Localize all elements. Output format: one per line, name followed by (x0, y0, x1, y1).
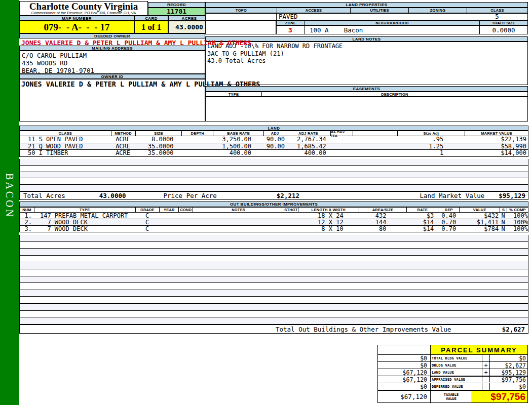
parcel-summary-header-row: PARCEL SUMMARY (378, 345, 527, 354)
zone-columns: ZONE NEIGHBORHOOD TRACT SIZE (276, 20, 528, 25)
topo-value (206, 14, 277, 20)
land-market-value-total: $95,129 (499, 192, 525, 199)
zone-label: ZONE (277, 21, 305, 25)
neighborhood-label: NEIGHBORHOOD (305, 21, 479, 25)
county-subtitle: Commissioner of the Revenue, PO Box 308,… (20, 11, 147, 15)
column-header: DEPTH (181, 131, 213, 136)
zone-values: 3 100 A Bacon 0.0000 (276, 25, 528, 34)
column-header: YEAR (159, 208, 178, 212)
easements-columns: TYPE DESCRIPTION (205, 92, 528, 97)
column-header: UTILITIES (350, 8, 408, 13)
summary-operator (482, 376, 489, 382)
acres-label: ACRES (168, 16, 210, 21)
zoning-value (408, 14, 467, 20)
neighborhood-vertical-label: BACON (4, 173, 15, 219)
map-number-label: MAP NUMBER (19, 16, 134, 21)
summary-operator: + (482, 362, 489, 369)
price-per-acre-label: Price Per Acre (163, 192, 216, 199)
summary-row: $0 OBLDG VALUE + $2,627 (378, 361, 527, 369)
column-header: ADJ RATE (286, 131, 330, 136)
deeded-owner-label: DEEDED OWNER (19, 33, 205, 38)
column-header: SZ ADJ TBL (330, 131, 353, 136)
property-record-card: { "colors": { "sidebar_green": "#008000"… (0, 0, 532, 405)
summary-label: DEFERRED VALUE (430, 383, 482, 390)
column-header: ADJ (263, 131, 286, 136)
column-header: COND (178, 208, 193, 212)
land-properties-columns: TOPO ACCESS UTILITIES ZONING CLASS (205, 8, 528, 13)
column-header: TOPO (206, 8, 277, 13)
column-header: CLASS (20, 131, 111, 136)
land-notes-label: LAND NOTES (205, 36, 528, 42)
summary-value: $0 (489, 355, 527, 361)
owner-id-label: OWNER ID (19, 74, 205, 79)
tract-size-label: TRACT SIZE (479, 21, 527, 25)
taxable-value-label: TAXABLE VALUE (430, 391, 472, 402)
column-header: NUM (20, 208, 34, 212)
column-header: VALUE (459, 208, 500, 212)
summary-value: $97,756 (489, 376, 527, 382)
out-buildings-total-label: Total Out Buildings & Other Improvements… (276, 326, 451, 333)
land-row: 50 I TIMBER ACRE 35.0000 400.00 400.00 1… (20, 150, 528, 157)
prior-value: $0 (378, 383, 430, 390)
easements-empty-box (205, 97, 528, 122)
out-buildings-total-value: $2,627 (502, 326, 525, 333)
land-note-line: 43.0 Total Acres (207, 57, 526, 65)
column-header: STHGT (284, 208, 298, 212)
mailing-address-box: C/O CAROL PULLIAM 435 WOODS RD BEAR, DE … (19, 51, 205, 74)
summary-operator: - (482, 383, 489, 390)
column-header: SIZE (135, 131, 182, 136)
land-properties-label: LAND PROPERTIES (205, 2, 528, 8)
prior-value: $0 (378, 355, 430, 361)
summary-label: LAND VALUE (430, 369, 482, 376)
parcel-summary: PARCEL SUMMARY $0 TOTAL BLDG VALUE $0 $0… (377, 345, 528, 403)
column-header (353, 131, 397, 136)
column-header: LENGTH X WIDTH (298, 208, 359, 212)
record-value: 11781 (148, 8, 205, 16)
out-buildings-rows: 1. 147 PREFAB METAL CARPORT C 18 X 24 43… (19, 213, 528, 232)
column-header: % COMP (507, 208, 528, 212)
class-value: 5 (467, 14, 527, 20)
land-section-label: LAND (19, 126, 528, 131)
topo-empty-box (205, 20, 276, 34)
easement-type-label: TYPE (206, 92, 261, 96)
column-header: NOTES (193, 208, 284, 212)
deeded-owner-value: JONES VALERIE D & PETER L PULLIAM & AMY … (21, 39, 251, 47)
land-empty-rows (19, 159, 528, 191)
access-value: PAVED (277, 14, 350, 20)
taxable-value-row: $67,120 TAXABLE VALUE $97,756 (378, 390, 527, 402)
summary-value: $95,129 (489, 369, 527, 376)
card-value: 1 of 1 (134, 21, 168, 33)
land-notes-box: LAND ADJ -10\% FOR NARROW RD FRONTAGE 3A… (205, 42, 528, 85)
taxable-value-amount: $97,756 (472, 391, 527, 402)
total-acres-value: 43.0000 (99, 192, 126, 199)
mailing-address-line: 435 WOODS RD (22, 59, 203, 67)
column-header: S (500, 208, 507, 212)
out-buildings-section-label: OUT BUILDINGS/OTHER IMPROVEMENTS (19, 201, 528, 207)
out-buildings-empty-rows (19, 235, 528, 325)
prior-taxable-value: $67,120 (378, 391, 430, 402)
land-note-line: LAND ADJ -10\% FOR NARROW RD FRONTAGE (207, 43, 526, 50)
land-totals-row: Total Acres 43.0000 Price Per Acre $2,21… (19, 191, 528, 200)
summary-row: $67,120 LAND VALUE + $95,129 (378, 369, 527, 376)
column-header: TYPE (34, 208, 135, 212)
summary-label: TOTAL BLDG VALUE (430, 355, 482, 361)
map-number-value: 079- - A- - - 17 (19, 21, 134, 33)
record-label: RECORD (148, 2, 205, 8)
column-header: METHOD (111, 131, 135, 136)
tract-size-value: 0.0000 (479, 26, 527, 34)
land-market-value-label: Land Market Value (420, 192, 484, 199)
total-acres-label: Total Acres (23, 192, 65, 199)
column-header: MARKET VALUE (465, 131, 528, 136)
price-per-acre-value: $2,212 (277, 192, 299, 199)
summary-value: $2,627 (489, 362, 527, 369)
summary-value: $0 (489, 383, 527, 390)
land-properties-values: PAVED 5 (205, 13, 528, 20)
summary-row: $0 DEFERRED VALUE - $0 (378, 383, 527, 390)
column-header: RATE (406, 208, 438, 212)
mailing-address-line: C/O CAROL PULLIAM (22, 52, 203, 59)
column-header: AREA/SIZE (359, 208, 407, 212)
easement-description-label: DESCRIPTION (261, 92, 527, 96)
owner-id-value: JONES VALERIE D & PETER L PULLIAM & AMY … (21, 80, 260, 88)
column-header: BASE RATE (213, 131, 263, 136)
summary-operator (482, 355, 489, 361)
